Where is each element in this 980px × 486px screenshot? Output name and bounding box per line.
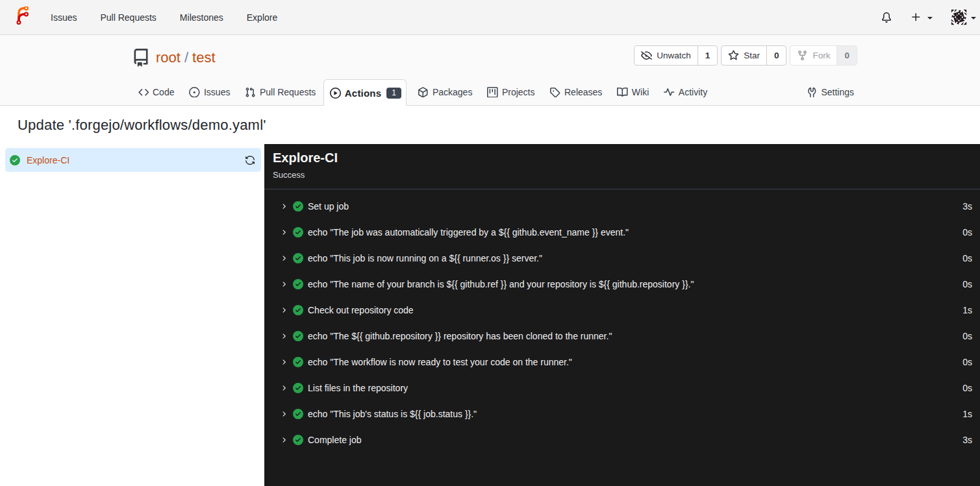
avatar [951, 9, 967, 25]
tab-label: Actions [345, 88, 381, 99]
chevron-right-icon [280, 358, 288, 366]
project-icon [487, 87, 498, 98]
step-row-3[interactable]: echo "This job is now running on a ${{ r… [264, 245, 980, 271]
chevron-right-icon [280, 228, 288, 236]
step-name: Set up job [308, 201, 349, 212]
chevron-down-icon [968, 12, 979, 23]
tab-releases[interactable]: Releases [542, 79, 610, 105]
step-success-icon [293, 201, 303, 212]
chevron-right-icon [280, 410, 288, 418]
unwatch-count[interactable]: 1 [697, 46, 718, 65]
bell-icon [881, 12, 892, 23]
step-row-4[interactable]: echo "The name of your branch is ${{ git… [264, 271, 980, 297]
repo-icon [132, 49, 150, 67]
chevron-right-icon [280, 254, 288, 262]
navbar-link-explore[interactable]: Explore [235, 0, 289, 34]
job-item-explore-ci[interactable]: Explore-CI [5, 148, 261, 172]
tab-packages[interactable]: Packages [410, 79, 480, 105]
step-duration: 0s [957, 331, 972, 341]
step-name: echo "The job was automatically triggere… [308, 227, 629, 237]
plus-icon [911, 12, 922, 23]
fork-count: 0 [836, 46, 857, 65]
fork-button-group: Fork0 [790, 45, 857, 66]
pulse-icon [664, 87, 675, 98]
step-row-1[interactable]: Set up job3s [264, 193, 980, 219]
chevron-right-icon [280, 384, 288, 392]
navbar-links: IssuesPull RequestsMilestonesExplore [39, 0, 289, 34]
step-name: List files in the repository [308, 383, 408, 393]
forgejo-logo-icon[interactable] [14, 6, 32, 25]
repo-title: root / test [156, 49, 216, 66]
star-button[interactable]: Star [722, 46, 766, 65]
unwatch-button[interactable]: Unwatch [634, 46, 697, 65]
log-job-status: Success [273, 170, 972, 180]
star-button-group: Star0 [721, 45, 786, 66]
tab-label: Pull Requests [260, 87, 316, 97]
step-name: echo "The workflow is now ready to test … [308, 357, 572, 367]
repo-tabs-bar: CodeIssuesPull RequestsActions1PackagesP… [0, 79, 980, 106]
tab-badge: 1 [386, 88, 401, 99]
repo-name-link[interactable]: test [192, 49, 215, 66]
git-pull-request-icon [245, 87, 256, 98]
star-count[interactable]: 0 [766, 46, 786, 65]
tag-icon [549, 87, 560, 98]
jobs-sidebar: Explore-CI [0, 144, 264, 486]
fork-button[interactable]: Fork [790, 46, 836, 65]
step-row-5[interactable]: Check out repository code1s [264, 297, 980, 323]
navbar-link-milestones[interactable]: Milestones [168, 0, 235, 34]
step-row-10[interactable]: Complete job3s [264, 427, 980, 453]
star-label: Star [744, 51, 760, 60]
step-success-icon [293, 435, 303, 445]
tab-wiki[interactable]: Wiki [610, 79, 657, 105]
star-icon [728, 50, 739, 61]
user-menu-button[interactable] [951, 9, 980, 25]
step-duration: 0s [957, 383, 972, 393]
tab-label: Issues [204, 87, 230, 97]
step-duration: 3s [957, 201, 972, 212]
notifications-button[interactable] [881, 12, 892, 23]
step-duration: 0s [957, 357, 972, 367]
tab-activity[interactable]: Activity [657, 79, 715, 105]
step-name: Complete job [308, 435, 362, 445]
tab-code[interactable]: Code [131, 79, 182, 105]
step-row-9[interactable]: echo "This job's status is ${{ job.statu… [264, 401, 980, 427]
step-name: echo "The name of your branch is ${{ git… [308, 279, 694, 289]
chevron-right-icon [280, 332, 288, 340]
run-title: Update '.forgejo/workflows/demo.yaml' [18, 115, 980, 135]
tab-label: Settings [821, 87, 854, 97]
play-icon [330, 88, 341, 99]
tab-settings[interactable]: Settings [799, 79, 857, 105]
step-name: Check out repository code [308, 305, 414, 315]
step-success-icon [293, 409, 303, 419]
step-row-6[interactable]: echo "The ${{ github.repository }} repos… [264, 323, 980, 349]
step-duration: 0s [957, 253, 972, 263]
step-row-2[interactable]: echo "The job was automatically triggere… [264, 219, 980, 245]
tab-label: Code [153, 87, 174, 97]
tab-projects[interactable]: Projects [480, 79, 542, 105]
tab-actions[interactable]: Actions1 [323, 79, 407, 106]
repo-title-row: root / test Unwatch1Star0Fork0 [123, 35, 857, 69]
step-success-icon [293, 253, 303, 263]
step-duration: 1s [957, 305, 972, 315]
chevron-down-icon [925, 12, 935, 23]
step-duration: 3s [957, 435, 972, 445]
tab-label: Packages [433, 87, 472, 97]
navbar-right [881, 9, 980, 25]
navbar-link-issues[interactable]: Issues [39, 0, 88, 34]
log-panel: Explore-CI Success Set up job3secho "The… [264, 144, 980, 486]
rerun-job-icon[interactable] [245, 155, 255, 165]
book-icon [617, 87, 628, 98]
unwatch-button-group: Unwatch1 [634, 45, 718, 66]
create-new-button[interactable] [911, 12, 935, 23]
step-row-8[interactable]: List files in the repository0s [264, 375, 980, 401]
chevron-right-icon [280, 202, 288, 210]
tab-issues[interactable]: Issues [182, 79, 238, 105]
step-row-7[interactable]: echo "The workflow is now ready to test … [264, 349, 980, 375]
step-duration: 0s [957, 279, 972, 289]
navbar-link-pull-requests[interactable]: Pull Requests [88, 0, 168, 34]
repo-owner-link[interactable]: root [156, 49, 181, 66]
step-success-icon [293, 279, 303, 289]
chevron-right-icon [280, 306, 288, 314]
tab-pull-requests[interactable]: Pull Requests [238, 79, 323, 105]
step-name: echo "This job's status is ${{ job.statu… [308, 409, 477, 419]
